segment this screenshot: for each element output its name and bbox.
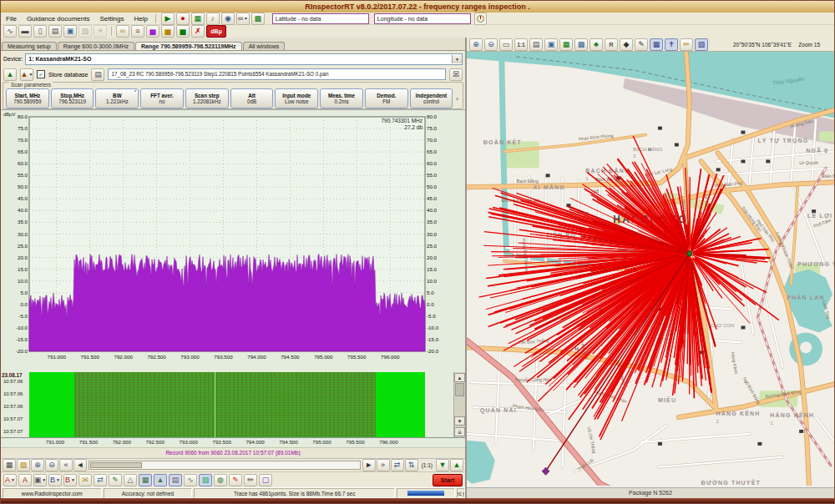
lamp-icon[interactable]: ☀ xyxy=(94,25,107,38)
last-page-icon[interactable]: » xyxy=(377,459,390,471)
shift-up-icon[interactable]: ▲ xyxy=(450,459,463,471)
chevron-down-icon[interactable]: ▼ xyxy=(42,478,46,482)
chevron-down-icon[interactable]: ▼ xyxy=(71,478,75,482)
shift-down-icon[interactable]: ▼ xyxy=(436,459,449,471)
close-range-button[interactable]: ☒ xyxy=(449,68,463,81)
zoom-in-icon[interactable]: ⊕ xyxy=(31,459,44,471)
save-icon[interactable]: ▣ xyxy=(63,25,77,38)
marker-edit-button[interactable]: ✎ xyxy=(229,474,242,486)
level-chart-icon[interactable]: ▅ xyxy=(161,25,175,38)
map-zoom-in-icon[interactable]: ⊕ xyxy=(469,38,483,51)
scan-param-stop-mhz[interactable]: Stop,MHz796.523119 xyxy=(51,88,94,108)
map-cursor-icon[interactable]: ✝ xyxy=(665,38,678,51)
waterfall-canvas[interactable] xyxy=(29,372,425,437)
menu-item-file[interactable]: File xyxy=(1,15,22,23)
menu-item-help[interactable]: Help xyxy=(129,15,152,23)
pan-chart-icon[interactable]: ▅ xyxy=(146,25,159,38)
save-image-button[interactable]: ▣▼ xyxy=(33,474,47,486)
binoculars-icon[interactable]: ∞▼ xyxy=(236,13,250,25)
wave-record-icon[interactable]: ∿ xyxy=(3,25,17,38)
df-station-marker[interactable] xyxy=(687,251,692,256)
threshold-button[interactable]: △ xyxy=(124,474,137,486)
pan-v-icon[interactable]: ⇅ xyxy=(405,459,418,471)
start-measure-icon[interactable]: ▶ xyxy=(161,13,175,25)
annotation-button[interactable]: A xyxy=(18,474,32,486)
tab-3[interactable]: Range 790.589959-796.523119MHz xyxy=(135,42,242,50)
map-canvas[interactable]: HHHẢI PHÒNGBẠCH ĐẰNG1BẠCH ĐẰNG3XI MĂNGTI… xyxy=(467,52,834,487)
scan-param-demod-[interactable]: Demod.FM xyxy=(365,88,408,108)
delete-icon[interactable]: ✗ xyxy=(191,25,205,38)
map-grid-select-icon[interactable]: ▦ xyxy=(650,38,663,51)
scan-param-input-mode[interactable]: Input modeLow noise xyxy=(275,88,318,108)
scan-param-start-mhz[interactable]: Start, MHz790.589959 xyxy=(6,88,49,108)
map-print-icon[interactable]: ▤ xyxy=(529,38,543,51)
print-icon[interactable]: ▤ xyxy=(48,25,62,38)
spectrogram-window-icon[interactable]: ▦ xyxy=(191,13,205,25)
scan-param-scan-step[interactable]: Scan step1.22081kHz xyxy=(185,88,229,108)
scan-param-independent[interactable]: Independentcontrol xyxy=(410,88,453,108)
scan-param-att[interactable]: Att0dB xyxy=(230,88,274,108)
h-scrollbar-thumb[interactable] xyxy=(90,462,142,468)
trace-style1-button[interactable]: B▼ xyxy=(48,474,62,486)
prev-page-icon[interactable]: ◄ xyxy=(73,459,87,471)
peaks-button[interactable]: ▲ xyxy=(154,474,167,486)
signal-search-icon[interactable]: ◉ xyxy=(221,13,235,25)
chevron-down-icon[interactable]: ▼ xyxy=(11,478,15,482)
exchange-button[interactable]: ⇄ xyxy=(94,474,107,486)
export-report-button[interactable]: ✉ xyxy=(78,474,92,486)
store-database-checkbox[interactable]: ✓ xyxy=(37,70,45,78)
marker-table-button[interactable]: ▤ xyxy=(169,474,182,486)
trace-style2-button[interactable]: B▼ xyxy=(63,474,77,486)
spectrum-chart[interactable]: -20.0-20.0-15.0-15.0-10.0-10.0-5.0-5.00.… xyxy=(1,109,465,372)
scan-param-bw[interactable]: BW1.221kHz* xyxy=(95,88,139,108)
waterfall-scrollbar[interactable]: ▲ ▼ ⇊ xyxy=(453,372,465,437)
map-extent-icon[interactable]: ▭ xyxy=(499,38,513,51)
image-icon[interactable]: ▨ xyxy=(78,25,92,38)
smooth-button[interactable]: ∿ xyxy=(184,474,197,486)
scan-params-more[interactable]: › xyxy=(454,95,460,103)
scroll-up-icon[interactable]: ▲ xyxy=(454,373,465,382)
table-view-icon[interactable]: ▦ xyxy=(3,459,16,471)
map-tiles-icon[interactable]: ▦ xyxy=(559,38,573,51)
map-rotate-icon[interactable]: R xyxy=(605,38,618,51)
first-page-icon[interactable]: « xyxy=(59,459,73,471)
edit-chart-button[interactable]: ✎ xyxy=(109,474,122,486)
clipboard-icon[interactable]: ≡ xyxy=(131,25,144,38)
clock-icon[interactable] xyxy=(474,13,487,25)
map-ruler-icon[interactable]: ✏ xyxy=(680,38,693,51)
tab-2[interactable]: Range 600.0-3000.0MHz xyxy=(58,42,134,50)
panorama-window-icon[interactable]: ▩ xyxy=(251,13,265,25)
font-color-button[interactable]: A▼ xyxy=(3,474,17,486)
link-icon[interactable]: ∞ xyxy=(116,25,129,38)
scan-param-fft-aver-[interactable]: FFT aver.no xyxy=(140,88,184,108)
map-one2one-icon[interactable]: 1:1 xyxy=(514,38,528,51)
h-scrollbar-track[interactable] xyxy=(89,461,361,470)
log-book-icon[interactable]: ▯ xyxy=(33,25,47,38)
map-image-icon[interactable]: ▩ xyxy=(574,38,588,51)
waterfall-panel[interactable]: 23.08.1710.57.0610.57.0610.57.0610.57.07… xyxy=(1,372,465,437)
pan-h-icon[interactable]: ⇄ xyxy=(391,459,404,471)
grid-toggle-button[interactable]: ▦ xyxy=(139,474,152,486)
spectrum-chart-icon[interactable]: ▅ xyxy=(176,25,190,38)
file-icon[interactable]: ▤ xyxy=(91,68,104,81)
chevron-down-icon[interactable]: ▼ xyxy=(244,17,248,21)
sound-alert-icon[interactable]: ♪ xyxy=(206,13,220,25)
palette-button[interactable]: ▧ xyxy=(199,474,212,486)
next-page-icon[interactable]: ► xyxy=(362,459,376,471)
map-marker-icon[interactable]: ◆ xyxy=(620,38,633,51)
chevron-down-icon[interactable]: ▼ xyxy=(452,55,462,63)
disk-record-icon[interactable]: ▬ xyxy=(18,25,32,38)
database-file-field[interactable]: 17_08_23 RC 790.589959-796.523119 Step1.… xyxy=(108,68,446,80)
scroll-thumb[interactable] xyxy=(455,383,464,396)
map-zoom-out-icon[interactable]: ⊖ xyxy=(484,38,498,51)
zoom-out-icon[interactable]: ⊖ xyxy=(45,459,58,471)
map-flag-icon[interactable]: ✎ xyxy=(635,38,648,51)
dbu-badge[interactable]: dBµ xyxy=(206,25,226,38)
device-select[interactable]: 1: KassandraMK21-SO ▼ xyxy=(25,53,463,65)
map-layers-icon[interactable]: ▧ xyxy=(695,38,708,51)
chevron-down-icon[interactable]: ▼ xyxy=(56,478,60,482)
record-icon[interactable]: ● xyxy=(176,13,190,25)
shield-button[interactable]: ◍ xyxy=(214,474,227,486)
marker-edit2-button[interactable]: ✏ xyxy=(244,474,257,486)
tab-4[interactable]: All windows xyxy=(243,42,286,50)
